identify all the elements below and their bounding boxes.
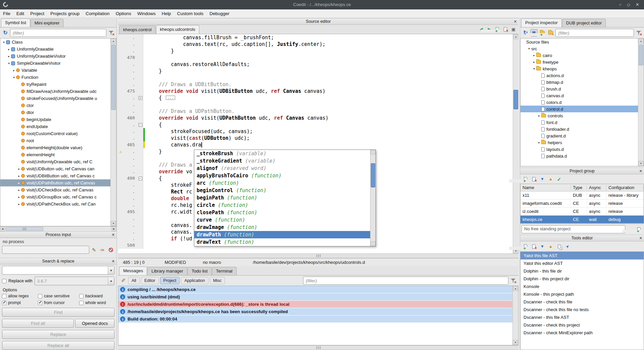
add-free-standing-icon[interactable]: + (635, 226, 643, 233)
filter-misc-button[interactable]: Misc (210, 277, 225, 284)
messages-filter-input[interactable] (303, 277, 508, 285)
tab-mini-explorer[interactable]: Mini explorer (31, 19, 63, 27)
search-term-combo[interactable] (2, 266, 114, 275)
move-down-icon[interactable]: ▼ (539, 175, 546, 183)
symbol-tree-item[interactable]: ▾Function (0, 74, 116, 81)
symbol-tree-item[interactable]: ▾SimpleDrawableVisitor (0, 60, 116, 67)
opened-docs-button[interactable]: Opened docs (75, 319, 114, 328)
editor-vscrollbar[interactable] (513, 34, 518, 253)
add-folder-icon[interactable]: + (539, 29, 546, 37)
filter-application-button[interactable]: Application (181, 277, 208, 284)
scroll-right-icon[interactable] (111, 227, 116, 231)
collapsed-icon[interactable]: ▸ (17, 188, 21, 192)
code-line[interactable]: 470 (118, 54, 513, 61)
files-tree-item[interactable]: control.d (521, 106, 644, 112)
code-line[interactable]: . } (118, 68, 513, 74)
replace-all-button[interactable]: Replace all (2, 341, 114, 350)
scrollbar-thumb[interactable] (513, 90, 518, 109)
code-line[interactable]: .− { (118, 121, 513, 128)
filter-project-button[interactable]: Project (160, 277, 180, 284)
completion-item[interactable]: drawPath(function) (194, 231, 370, 238)
symbol-tree-item[interactable]: tryRepaint (0, 81, 116, 88)
menu-file[interactable]: File (0, 10, 13, 17)
symbol-tree-item[interactable]: beginUpdate (0, 116, 116, 123)
filter-editor-button[interactable]: Editor (141, 277, 159, 284)
editor-tab-kheops-udcontrols[interactable]: kheops.udcontrols (156, 25, 200, 34)
collapsed-icon[interactable]: ▸ (17, 202, 21, 206)
files-tree-item[interactable]: Source files (521, 39, 644, 45)
symbol-tree-item[interactable]: endUpdate (0, 123, 116, 130)
fold-collapsed-icon[interactable]: ... (166, 96, 175, 100)
files-tree-item[interactable]: ▾src (521, 45, 644, 52)
symbol-tree-item[interactable]: ▸visit(UDButton udc, ref Canvas can (0, 165, 116, 172)
project-row[interactable]: iz.coeditCEasyncrelease (521, 208, 644, 216)
files-tree-item[interactable]: bitmap.d (521, 79, 644, 85)
find-button[interactable]: Find (2, 308, 114, 317)
free-standing-project[interactable]: No free standing project (522, 225, 625, 233)
fold-toggle-icon[interactable]: + (139, 96, 142, 100)
tab-messages[interactable]: Messages (119, 267, 147, 275)
find-all-button[interactable]: Find all (2, 319, 74, 328)
files-tree-item[interactable]: ▸helpers (521, 139, 644, 146)
symbol-tree-vscrollbar[interactable] (110, 39, 116, 226)
fold-margin[interactable]: − (138, 175, 143, 182)
collapsed-icon[interactable]: ▸ (532, 54, 536, 57)
symbol-tree-item[interactable]: ▸visit(UDPathCheckBox udc, ref Can (0, 200, 116, 208)
code-line[interactable]: . (118, 74, 513, 81)
symbol-tree-item[interactable]: visit(UniformlyDrawable udc, ref C (0, 158, 116, 165)
collapsed-icon[interactable]: ▸ (532, 60, 536, 64)
tool-item[interactable]: Konsole (521, 283, 644, 290)
replace-with-checkbox[interactable] (2, 279, 6, 283)
replace-dropdown-icon[interactable] (108, 277, 114, 285)
close-source-editor-icon[interactable] (514, 19, 517, 24)
completion-scrollbar[interactable] (370, 150, 376, 246)
tool-item[interactable]: Dscanner - check MiniExplorer path (521, 329, 644, 337)
broom-icon[interactable]: ✐ (120, 277, 127, 284)
code-line[interactable]: 480 override void visit(UDPathButton udc… (118, 115, 513, 121)
move-tool-down-icon[interactable]: ▼ (539, 243, 546, 250)
files-tree-item[interactable]: canvas.d (521, 92, 644, 99)
symbol-tree-item[interactable]: ▾Class (0, 39, 116, 46)
tool-item[interactable]: Yatol this file AST (521, 252, 644, 259)
column-async[interactable]: Async (587, 185, 606, 190)
code-line[interactable]: . } (118, 48, 513, 54)
files-tree-item[interactable]: fontloader.d (521, 126, 644, 132)
expanded-icon[interactable]: ▾ (7, 62, 11, 65)
completion-item[interactable]: beginControl(function) (194, 187, 370, 194)
clone-tool-icon[interactable] (555, 243, 563, 250)
code-line[interactable]: . (118, 101, 513, 108)
files-tree-vscrollbar[interactable] (638, 39, 644, 166)
symbol-tree-item[interactable]: root (0, 137, 116, 144)
completion-item[interactable]: circle(function) (194, 201, 370, 209)
symbol-tree-item[interactable]: ▸visit(UDGroupBox udc, ref Canvas c (0, 193, 116, 200)
prompt-checkbox[interactable] (2, 301, 6, 305)
tool-item[interactable]: Dscanner - check this file (521, 298, 644, 306)
messages-vscrollbar[interactable] (512, 286, 518, 345)
completion-item[interactable]: drawText(function) (194, 238, 370, 246)
column-type[interactable]: Type (571, 185, 587, 190)
search-term-input[interactable] (2, 266, 108, 274)
replace-combo[interactable] (35, 277, 114, 285)
column-configuration[interactable]: Configuration (606, 185, 644, 190)
sync-icon[interactable]: ↻ (2, 29, 9, 37)
symbol-tree-item[interactable]: fillDrawArea(UniformlyDrawable udc (0, 88, 116, 95)
scroll-up-icon[interactable] (370, 150, 376, 155)
code-line[interactable]: . canvas.text(rc, udc.caption[], Justify… (118, 41, 513, 48)
move-up-icon[interactable]: ▲ (547, 175, 554, 183)
collapsed-icon[interactable]: ▸ (7, 55, 11, 58)
symbol-tree-item[interactable]: ▸UniformlyDrawable (0, 46, 116, 53)
symbol-tree-item[interactable]: ▸visit(UDPathButton udc, ref Canvas (0, 179, 116, 186)
files-tree-item[interactable]: ▸freetype (521, 59, 644, 65)
symbol-tree-item[interactable]: ▸visit(UDBitButton udc, ref Canvas c (0, 172, 116, 179)
menu-edit[interactable]: Edit (13, 10, 27, 17)
project-funnel-icon[interactable] (635, 29, 642, 37)
completion-item[interactable]: alignof(reserved word) (194, 165, 370, 172)
files-tree-item[interactable]: gradient.d (521, 132, 644, 139)
close-process-input-icon[interactable] (112, 232, 115, 237)
maximize-button[interactable]: ◇ (627, 2, 630, 7)
scroll-down-icon[interactable] (111, 221, 116, 226)
search-dropdown-icon[interactable] (108, 266, 114, 274)
symbol-tree-item[interactable]: elementHeight (0, 151, 116, 158)
scroll-up-icon[interactable] (111, 39, 116, 44)
collapsed-icon[interactable]: ▸ (17, 181, 21, 185)
